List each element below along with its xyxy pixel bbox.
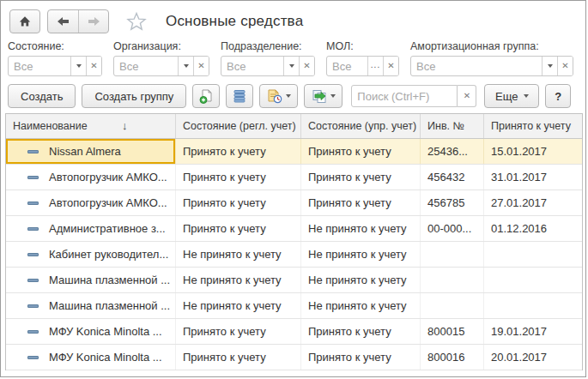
filter-mol-value[interactable]: Все <box>327 57 367 75</box>
filter-organization-dropdown-button[interactable] <box>178 57 193 75</box>
table-row[interactable]: Машина плазменной ... Не принято к учету… <box>6 268 582 293</box>
search-input[interactable] <box>351 85 458 107</box>
cell-inventory-number[interactable] <box>421 268 484 292</box>
cell-inventory-number[interactable] <box>421 242 484 267</box>
cell-name[interactable]: Nissan Almera <box>6 139 176 164</box>
cell-state-mgmt[interactable]: Не принято к учету <box>301 216 421 241</box>
table-row[interactable]: Машина плазменной ... Не принято к учету… <box>6 293 582 319</box>
filter-department-clear-button[interactable]: ✕ <box>299 57 314 75</box>
column-header-inventory-number[interactable]: Инв. № <box>421 114 484 138</box>
chevron-down-icon <box>289 64 294 68</box>
filter-depreciation-group-input[interactable]: Все ✕ <box>410 56 573 76</box>
cell-inventory-number[interactable]: 800015 <box>421 319 484 344</box>
create-group-button[interactable]: Создать группу <box>82 84 186 108</box>
cell-inventory-number[interactable]: 456785 <box>421 190 484 215</box>
cell-state-reg[interactable]: Принято к учету <box>176 190 301 215</box>
document-history-dropdown-button[interactable] <box>259 84 298 108</box>
cell-inventory-number[interactable]: 25436... <box>421 139 484 164</box>
cell-state-mgmt[interactable]: Не принято к учету <box>301 293 421 318</box>
table-row[interactable]: Кабинет руководител... Не принято к учет… <box>6 242 582 268</box>
create-button[interactable]: Создать <box>8 84 76 108</box>
column-header-state-mgmt[interactable]: Состояние (упр. учет) <box>301 114 421 138</box>
table-row[interactable]: МФУ Konica Minolta ... Принято к учету П… <box>6 319 582 345</box>
cell-accepted-date[interactable] <box>484 242 582 267</box>
cell-state-mgmt[interactable]: Принято к учету <box>301 345 421 370</box>
cell-state-reg[interactable]: Принято к учету <box>176 139 301 164</box>
chevron-down-icon <box>286 94 291 98</box>
filter-organization-value[interactable]: Все <box>114 57 178 75</box>
filter-mol-clear-button[interactable]: ✕ <box>383 57 398 75</box>
clear-icon: ✕ <box>387 62 394 70</box>
filter-depreciation-group-dropdown-button[interactable] <box>542 57 557 75</box>
cell-name[interactable]: Машина плазменной ... <box>6 268 176 292</box>
cell-inventory-number[interactable]: 00-000... <box>421 216 484 241</box>
more-button[interactable]: Еще <box>484 84 539 108</box>
filter-state-label: Состояние: <box>8 40 102 52</box>
cell-state-reg[interactable]: Принято к учету <box>176 319 301 344</box>
column-header-name[interactable]: Наименование ↓ <box>6 114 176 138</box>
column-header-state-reg[interactable]: Состояние (регл. учет) <box>176 114 301 138</box>
table-row[interactable]: Автопогрузчик АМКО... Принято к учету Пр… <box>6 165 582 190</box>
cell-name[interactable]: Автопогрузчик АМКО... <box>6 165 176 190</box>
cell-state-reg[interactable]: Не принято к учету <box>176 268 301 292</box>
cell-accepted-date[interactable] <box>484 293 582 318</box>
copy-element-button[interactable] <box>192 84 220 108</box>
cell-accepted-date[interactable]: 20.01.2017 <box>484 345 582 370</box>
cell-inventory-number[interactable]: 800016 <box>421 345 484 370</box>
filter-depreciation-group-value[interactable]: Все <box>411 57 542 75</box>
search-clear-button[interactable]: ✕ <box>458 85 476 107</box>
cell-state-mgmt[interactable]: Не принято к учету <box>301 268 421 292</box>
cell-state-reg[interactable]: Принято к учету <box>176 216 301 241</box>
cell-state-reg[interactable]: Принято к учету <box>176 345 301 370</box>
asset-name: Машина плазменной ... <box>49 274 170 286</box>
table-row[interactable]: Автопогрузчик АМКО... Принято к учету Пр… <box>6 190 582 216</box>
filter-department-input[interactable]: Все ✕ <box>221 56 315 76</box>
cell-accepted-date[interactable]: 27.01.2017 <box>484 190 582 215</box>
filter-organization-input[interactable]: Все ✕ <box>113 56 209 76</box>
column-header-accepted-date[interactable]: Принято к учету <box>484 114 582 138</box>
cell-accepted-date[interactable]: 19.01.2017 <box>484 319 582 344</box>
based-on-create-dropdown-button[interactable] <box>304 84 342 108</box>
help-button[interactable]: ? <box>545 84 571 108</box>
cell-accepted-date[interactable] <box>484 268 582 292</box>
cell-inventory-number[interactable]: 456432 <box>421 165 484 190</box>
forward-button[interactable] <box>78 10 108 33</box>
cell-state-mgmt[interactable]: Принято к учету <box>301 139 421 164</box>
table-row[interactable]: Административное з... Принято к учету Не… <box>6 216 582 242</box>
table-row[interactable]: МФУ Konica Minolta ... Принято к учету П… <box>6 345 582 370</box>
cell-state-reg[interactable]: Принято к учету <box>176 165 301 190</box>
cell-state-mgmt[interactable]: Принято к учету <box>301 319 421 344</box>
cell-name[interactable]: МФУ Konica Minolta ... <box>6 319 176 344</box>
filter-department-dropdown-button[interactable] <box>283 57 299 75</box>
home-button[interactable] <box>9 9 40 33</box>
cell-state-reg[interactable]: Не принято к учету <box>176 242 301 267</box>
filter-state-value[interactable]: Все <box>9 57 70 75</box>
filter-organization: Организация: Все ✕ <box>113 40 209 76</box>
cell-state-reg[interactable]: Не принято к учету <box>176 293 301 318</box>
cell-state-mgmt[interactable]: Принято к учету <box>301 165 421 190</box>
cell-name[interactable]: МФУ Konica Minolta ... <box>6 345 176 370</box>
element-marker-icon <box>27 202 39 205</box>
filter-depreciation-group-clear-button[interactable]: ✕ <box>557 57 573 75</box>
cell-name[interactable]: Кабинет руководител... <box>6 242 176 267</box>
filter-state-input[interactable]: Все ✕ <box>8 56 102 76</box>
cell-inventory-number[interactable] <box>421 293 484 318</box>
back-button[interactable] <box>48 10 78 33</box>
cell-name[interactable]: Машина плазменной ... <box>6 293 176 318</box>
list-settings-button[interactable] <box>226 84 253 108</box>
filter-state-clear-button[interactable]: ✕ <box>86 57 101 75</box>
table-row[interactable]: Nissan Almera Принято к учету Принято к … <box>6 139 582 165</box>
filter-organization-clear-button[interactable]: ✕ <box>193 57 209 75</box>
filter-mol-input[interactable]: Все ... ✕ <box>326 56 399 76</box>
filter-department-value[interactable]: Все <box>221 57 283 75</box>
cell-accepted-date[interactable]: 15.01.2017 <box>484 139 582 164</box>
cell-accepted-date[interactable]: 31.01.2017 <box>484 165 582 190</box>
filter-mol-picker-button[interactable]: ... <box>367 57 383 75</box>
cell-state-mgmt[interactable]: Принято к учету <box>301 190 421 215</box>
favorite-star-icon[interactable] <box>126 11 147 32</box>
cell-state-mgmt[interactable]: Не принято к учету <box>301 242 421 267</box>
cell-name[interactable]: Административное з... <box>6 216 176 241</box>
cell-name[interactable]: Автопогрузчик АМКО... <box>6 190 176 215</box>
filter-state-dropdown-button[interactable] <box>70 57 86 75</box>
cell-accepted-date[interactable]: 01.12.2016 <box>484 216 582 241</box>
